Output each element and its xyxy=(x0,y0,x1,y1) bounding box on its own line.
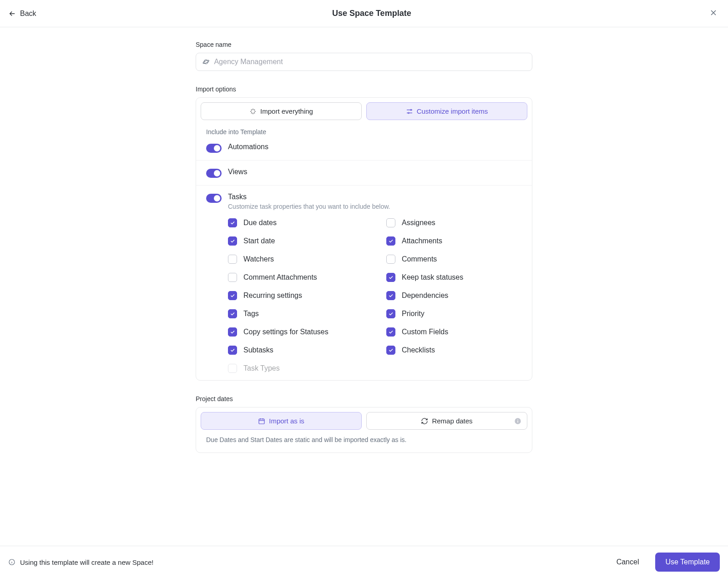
space-name-input[interactable] xyxy=(214,58,526,66)
sparkle-icon xyxy=(249,108,257,115)
tasks-label: Tasks xyxy=(228,193,522,201)
remap-dates-label: Remap dates xyxy=(432,417,472,425)
checkbox-checklists[interactable]: Checklists xyxy=(386,346,522,355)
checkbox-custom_fields[interactable]: Custom Fields xyxy=(386,327,522,337)
close-icon xyxy=(709,8,718,17)
refresh-icon xyxy=(421,417,428,425)
checkbox-box xyxy=(228,236,237,246)
import-options-card: Import everything Customize import items… xyxy=(196,97,532,381)
checkbox-attachments[interactable]: Attachments xyxy=(386,236,522,246)
remap-dates-button[interactable]: Remap dates xyxy=(366,412,527,430)
automations-toggle[interactable] xyxy=(206,144,222,153)
checkbox-box xyxy=(228,273,237,282)
checkbox-box xyxy=(386,309,395,318)
checkbox-label: Subtasks xyxy=(243,346,273,354)
space-name-input-wrapper[interactable] xyxy=(196,53,532,71)
modal-title: Use Space Template xyxy=(332,9,411,18)
svg-rect-7 xyxy=(517,419,518,420)
checkbox-task_types: Task Types xyxy=(228,364,364,373)
checkbox-box xyxy=(228,255,237,264)
automations-label: Automations xyxy=(228,143,268,151)
svg-point-2 xyxy=(410,109,412,111)
planet-icon xyxy=(202,58,209,65)
checkbox-box xyxy=(386,218,395,227)
checkbox-label: Comment Attachments xyxy=(243,273,317,281)
modal-body: Space name Import options Import everyth… xyxy=(196,27,532,495)
customize-label: Customize import items xyxy=(417,107,488,115)
tasks-row: Tasks Customize task properties that you… xyxy=(196,185,532,380)
checkbox-label: Watchers xyxy=(243,255,274,263)
checkbox-label: Recurring settings xyxy=(243,292,302,300)
tasks-desc: Customize task properties that you want … xyxy=(228,203,522,210)
checkbox-box xyxy=(228,218,237,227)
checkbox-label: Due dates xyxy=(243,219,277,227)
checkbox-box xyxy=(228,309,237,318)
views-row: Views xyxy=(196,160,532,185)
checkbox-box xyxy=(386,236,395,246)
customize-import-button[interactable]: Customize import items xyxy=(366,102,527,120)
back-button[interactable]: Back xyxy=(8,10,36,18)
checkbox-keep_task_statuses[interactable]: Keep task statuses xyxy=(386,273,522,282)
checkbox-assignees[interactable]: Assignees xyxy=(386,218,522,227)
checkbox-recurring_settings[interactable]: Recurring settings xyxy=(228,291,364,300)
checkbox-tags[interactable]: Tags xyxy=(228,309,364,318)
checkbox-box xyxy=(386,255,395,264)
checkbox-box xyxy=(228,327,237,337)
project-dates-label: Project dates xyxy=(196,395,532,402)
checkbox-priority[interactable]: Priority xyxy=(386,309,522,318)
checkbox-box xyxy=(228,291,237,300)
checkbox-start_date[interactable]: Start date xyxy=(228,236,364,246)
svg-point-1 xyxy=(202,60,209,64)
checkbox-label: Checklists xyxy=(402,346,435,354)
checkbox-label: Copy settings for Statuses xyxy=(243,328,329,336)
views-toggle[interactable] xyxy=(206,169,222,178)
sliders-icon xyxy=(406,108,413,115)
checkbox-label: Start date xyxy=(243,237,275,245)
include-template-label: Include into Template xyxy=(196,128,532,140)
dates-mode-segment: Import as is Remap dates xyxy=(201,412,527,430)
calendar-icon xyxy=(258,417,265,425)
task-properties-grid: Due datesAssigneesStart dateAttachmentsW… xyxy=(228,218,522,373)
checkbox-box xyxy=(386,327,395,337)
checkbox-label: Custom Fields xyxy=(402,328,448,336)
project-dates-card: Import as is Remap dates Due Dates and S… xyxy=(196,407,532,453)
arrow-left-icon xyxy=(8,10,16,18)
info-icon xyxy=(514,417,521,425)
close-button[interactable] xyxy=(707,6,720,20)
checkbox-due_dates[interactable]: Due dates xyxy=(228,218,364,227)
checkbox-comment_attachments[interactable]: Comment Attachments xyxy=(228,273,364,282)
import-as-is-label: Import as is xyxy=(269,417,304,425)
import-as-is-button[interactable]: Import as is xyxy=(201,412,362,430)
checkbox-label: Assignees xyxy=(402,219,435,227)
checkbox-label: Attachments xyxy=(402,237,442,245)
dates-description: Due Dates and Start Dates are static and… xyxy=(201,430,527,448)
svg-rect-6 xyxy=(517,420,518,422)
back-label: Back xyxy=(20,10,36,18)
import-everything-button[interactable]: Import everything xyxy=(201,102,362,120)
checkbox-copy_settings_statuses[interactable]: Copy settings for Statuses xyxy=(228,327,364,337)
modal-header: Back Use Space Template xyxy=(0,0,728,27)
import-options-label: Import options xyxy=(196,85,532,93)
import-everything-label: Import everything xyxy=(260,107,313,115)
checkbox-label: Comments xyxy=(402,255,437,263)
tasks-toggle[interactable] xyxy=(206,194,222,203)
views-label: Views xyxy=(228,168,247,176)
checkbox-subtasks[interactable]: Subtasks xyxy=(228,346,364,355)
checkbox-label: Task Types xyxy=(243,364,280,372)
checkbox-box xyxy=(228,346,237,355)
checkbox-comments[interactable]: Comments xyxy=(386,255,522,264)
space-name-label: Space name xyxy=(196,41,532,48)
checkbox-box xyxy=(386,346,395,355)
checkbox-label: Keep task statuses xyxy=(402,273,463,281)
checkbox-label: Tags xyxy=(243,310,259,318)
checkbox-label: Dependencies xyxy=(402,292,448,300)
svg-point-3 xyxy=(408,112,409,114)
import-mode-segment: Import everything Customize import items xyxy=(196,98,532,128)
checkbox-box xyxy=(386,273,395,282)
checkbox-watchers[interactable]: Watchers xyxy=(228,255,364,264)
checkbox-label: Priority xyxy=(402,310,425,318)
svg-rect-4 xyxy=(259,419,264,424)
checkbox-box xyxy=(228,364,237,373)
checkbox-dependencies[interactable]: Dependencies xyxy=(386,291,522,300)
automations-row: Automations xyxy=(196,140,532,160)
